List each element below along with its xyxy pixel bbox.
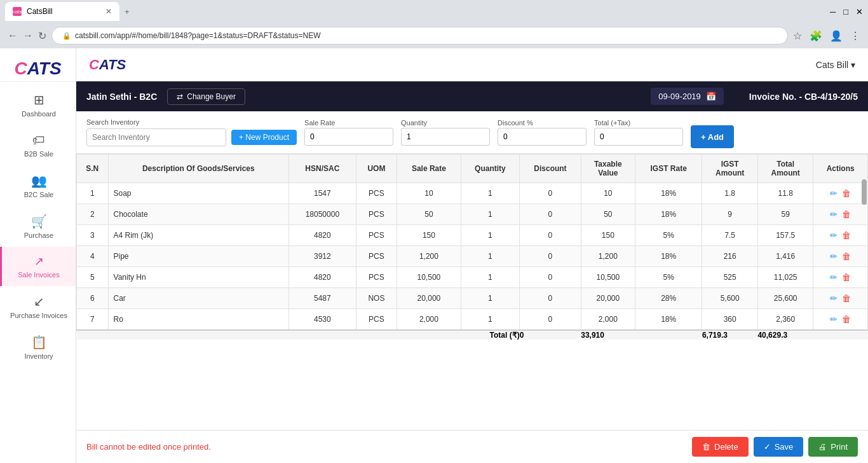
delete-row-button[interactable]: 🗑 — [841, 187, 852, 200]
cell-taxable: 1,200 — [581, 246, 635, 267]
delete-row-button[interactable]: 🗑 — [841, 229, 852, 242]
total-input[interactable] — [594, 128, 683, 146]
purchase-icon: 🛒 — [31, 214, 47, 229]
cell-igst-amt: 360 — [702, 309, 757, 331]
menu-icon[interactable]: ⋮ — [850, 30, 860, 42]
cell-actions: ✏ 🗑 — [813, 204, 868, 225]
table-row: 1 Soap 1547 PCS 10 1 0 10 18% 1.8 11.8 ✏… — [77, 183, 868, 204]
cell-sn: 7 — [77, 309, 109, 331]
cell-igst-rate: 28% — [635, 288, 702, 309]
sidebar-item-label: Sale Invoices — [18, 271, 59, 279]
cell-discount: 0 — [520, 246, 581, 267]
main-content: CATS Cats Bill ▾ Jatin Sethi - B2C ⇄ Cha… — [76, 48, 868, 463]
cell-uom: PCS — [356, 225, 397, 246]
close-btn[interactable]: ✕ — [856, 7, 863, 17]
cell-uom: PCS — [356, 267, 397, 288]
content-topbar: CATS Cats Bill ▾ — [76, 48, 868, 81]
delete-row-button[interactable]: 🗑 — [841, 292, 852, 305]
new-product-button[interactable]: + New Product — [231, 130, 297, 145]
total-discount: 0 — [520, 330, 581, 340]
cell-taxable: 10 — [581, 183, 635, 204]
print-invoice-button[interactable]: 🖨 Print — [808, 437, 858, 457]
col-taxable: TaxableValue — [581, 155, 635, 183]
edit-row-button[interactable]: ✏ — [829, 271, 839, 284]
table-row: 3 A4 Rim (Jk) 4820 PCS 150 1 0 150 5% 7.… — [77, 225, 868, 246]
cell-sn: 3 — [77, 225, 109, 246]
minimize-btn[interactable]: ─ — [830, 7, 836, 17]
back-btn[interactable]: ← — [8, 30, 18, 41]
cell-igst-amt: 216 — [702, 246, 757, 267]
add-button[interactable]: + Add — [691, 125, 734, 148]
browser-tab[interactable]: cats CatsBill ✕ — [5, 2, 119, 21]
cell-igst-rate: 5% — [635, 267, 702, 288]
cats-bill-label[interactable]: Cats Bill ▾ — [816, 60, 855, 70]
cell-sale-rate: 10,500 — [397, 267, 461, 288]
new-tab-btn[interactable]: + — [125, 7, 130, 17]
address-bar[interactable]: 🔒 catsbill.com/app/#/home/bill/1848?page… — [51, 27, 788, 45]
sidebar-item-purchase[interactable]: 🛒 Purchase — [0, 206, 76, 247]
total-igst-amt: 6,719.3 — [702, 330, 757, 340]
browser-addressbar: ← → ↻ 🔒 catsbill.com/app/#/home/bill/184… — [0, 23, 868, 48]
quantity-label: Quantity — [401, 119, 490, 127]
cell-uom: PCS — [356, 309, 397, 331]
search-inventory-group: Search Inventory + New Product — [86, 118, 297, 146]
sidebar-item-b2b-sale[interactable]: 🏷 B2B Sale — [0, 125, 76, 165]
edit-row-button[interactable]: ✏ — [829, 313, 839, 326]
cell-actions: ✏ 🗑 — [813, 288, 868, 309]
profile-icon[interactable]: 👤 — [830, 30, 843, 42]
calendar-icon[interactable]: 📅 — [706, 92, 716, 101]
refresh-btn[interactable]: ↻ — [38, 30, 46, 42]
sidebar-item-inventory[interactable]: 📋 Inventory — [0, 327, 76, 368]
edit-row-button[interactable]: ✏ — [829, 229, 839, 242]
tab-close-btn[interactable]: ✕ — [105, 7, 112, 16]
sale-rate-group: Sale Rate — [304, 119, 393, 146]
search-input[interactable] — [86, 128, 226, 146]
col-igst-rate: IGST Rate — [635, 155, 702, 183]
delete-row-button[interactable]: 🗑 — [841, 250, 852, 263]
bookmark-star-icon[interactable]: ☆ — [793, 30, 802, 42]
cell-total: 1,416 — [757, 246, 813, 267]
cell-desc: A4 Rim (Jk) — [108, 225, 289, 246]
invoice-table: S.N Description Of Goods/Services HSN/SA… — [76, 154, 868, 340]
delete-row-button[interactable]: 🗑 — [841, 271, 852, 284]
sale-rate-input[interactable] — [304, 128, 393, 146]
cell-discount: 0 — [520, 309, 581, 331]
cell-uom: PCS — [356, 183, 397, 204]
table-row: 7 Ro 4530 PCS 2,000 1 0 2,000 18% 360 2,… — [77, 309, 868, 331]
edit-row-button[interactable]: ✏ — [829, 208, 839, 221]
cell-qty: 1 — [461, 246, 520, 267]
col-actions: Actions — [813, 155, 868, 183]
edit-row-button[interactable]: ✏ — [829, 292, 839, 305]
sidebar-item-dashboard[interactable]: ⊞ Dashboard — [0, 85, 76, 125]
checkmark-icon: ✓ — [764, 442, 771, 452]
restore-btn[interactable]: □ — [843, 7, 848, 17]
url-text: catsbill.com/app/#/home/bill/1848?page=1… — [75, 31, 321, 40]
sidebar-item-sale-invoices[interactable]: ↗ Sale Invoices — [0, 247, 76, 286]
delete-row-button[interactable]: 🗑 — [841, 313, 852, 326]
scrollbar-thumb[interactable] — [862, 179, 867, 205]
cell-sale-rate: 10 — [397, 183, 461, 204]
delete-invoice-button[interactable]: 🗑 Delete — [692, 437, 749, 457]
col-total: TotalAmount — [757, 155, 813, 183]
extensions-icon[interactable]: 🧩 — [810, 30, 822, 42]
total-group: Total (+Tax) — [594, 119, 683, 146]
delete-row-button[interactable]: 🗑 — [841, 208, 852, 221]
edit-row-button[interactable]: ✏ — [829, 250, 839, 263]
save-invoice-button[interactable]: ✓ Save — [754, 437, 804, 457]
sidebar-item-label: Purchase Invoices — [10, 312, 67, 319]
cats-logo-text: CATS — [89, 57, 126, 73]
browser-chrome: cats CatsBill ✕ + ─ □ ✕ ← → ↻ 🔒 catsbill… — [0, 0, 868, 48]
change-buyer-button[interactable]: ⇄ Change Buyer — [167, 88, 245, 105]
sidebar-item-b2c-sale[interactable]: 👥 B2C Sale — [0, 165, 76, 206]
cell-qty: 1 — [461, 309, 520, 331]
cell-taxable: 150 — [581, 225, 635, 246]
cell-igst-rate: 5% — [635, 225, 702, 246]
cell-taxable: 2,000 — [581, 309, 635, 331]
cell-sale-rate: 50 — [397, 204, 461, 225]
save-label: Save — [775, 442, 794, 452]
edit-row-button[interactable]: ✏ — [829, 187, 839, 200]
sidebar-item-purchase-invoices[interactable]: ↙ Purchase Invoices — [0, 286, 76, 327]
discount-input[interactable] — [498, 128, 587, 146]
quantity-input[interactable] — [401, 128, 490, 146]
forward-btn[interactable]: → — [23, 30, 33, 41]
